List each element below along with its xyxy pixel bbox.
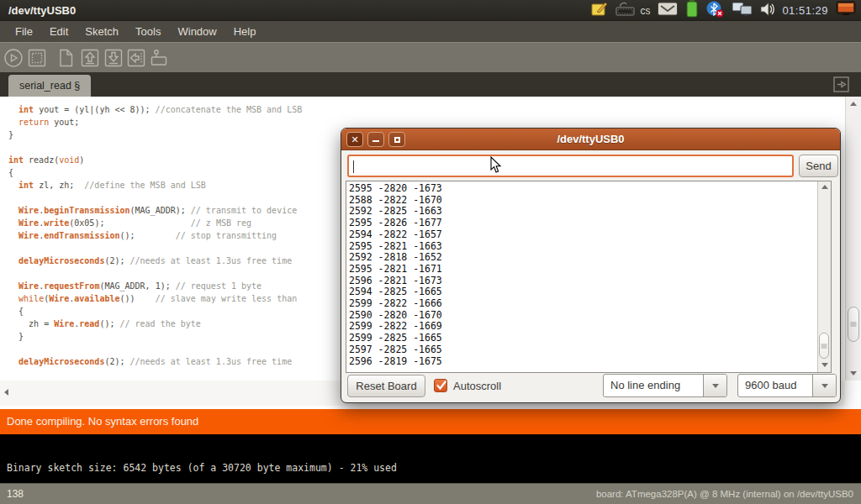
note-icon[interactable] <box>591 1 608 21</box>
minimize-icon[interactable] <box>367 132 384 147</box>
code-line: int zl, zh; //define the MSB and LSB <box>8 179 302 192</box>
code-line: delayMicroseconds(2); //needs at least 1… <box>8 355 302 368</box>
serial-line: 2595 -2826 -1677 <box>349 218 442 229</box>
volume-icon[interactable] <box>760 2 774 20</box>
serial-line: 2595 -2821 -1671 <box>349 264 442 276</box>
clock[interactable]: 01:51:29 <box>782 4 828 17</box>
serial-line: 2594 -2825 -1665 <box>349 286 442 298</box>
window-controls: ✕ <box>346 132 405 147</box>
serial-output-area[interactable]: 2595 -2820 -16732588 -2822 -16702592 -28… <box>346 181 832 373</box>
code-line <box>8 242 302 255</box>
autoscroll-checkbox[interactable] <box>434 379 447 392</box>
scroll-down-icon[interactable] <box>850 371 857 375</box>
serial-line: 2590 -2820 -1670 <box>349 310 442 322</box>
code-line: } <box>8 330 302 343</box>
serial-line: 2599 -2822 -1669 <box>349 321 442 333</box>
chevron-down-icon[interactable] <box>703 375 726 396</box>
editor-scrollbar-thumb[interactable] <box>848 307 859 342</box>
menu-window[interactable]: Window <box>169 21 224 42</box>
serial-line: 2595 -2820 -1673 <box>349 183 442 195</box>
code-line <box>8 141 302 154</box>
mouse-cursor <box>490 156 502 177</box>
network-icon[interactable] <box>732 1 753 21</box>
serial-line: 2596 -2819 -1675 <box>349 356 442 368</box>
tab-menu-icon[interactable] <box>833 76 849 92</box>
code-line: Wire.endTransmission(); // stop transmit… <box>8 229 302 242</box>
serial-input[interactable] <box>352 157 790 175</box>
code-line: { <box>8 305 302 318</box>
code-line <box>8 267 302 280</box>
menu-tools[interactable]: Tools <box>127 21 169 42</box>
status-bar: Done compiling. No syntax errors found <box>0 409 861 434</box>
code-line: Wire.beginTransmission(MAG_ADDR); // tra… <box>8 204 302 217</box>
serial-line: 2599 -2825 -1665 <box>349 333 442 344</box>
bluetooth-off-icon[interactable] <box>706 0 724 21</box>
panel-window-title: /dev/ttyUSB0 <box>8 0 76 21</box>
new-sketch-icon[interactable] <box>55 48 76 68</box>
reset-board-button[interactable]: Reset Board <box>347 375 425 397</box>
scroll-down-icon[interactable] <box>821 363 828 367</box>
code-line <box>8 192 302 204</box>
serial-monitor-icon[interactable] <box>149 48 169 68</box>
baud-rate-value: 9600 baud <box>738 375 812 396</box>
keyboard-layout-indicator[interactable]: cs <box>640 5 650 17</box>
serial-monitor-title: /dev/ttyUSB0 <box>341 129 840 150</box>
line-ending-value: No line ending <box>604 375 703 396</box>
serial-line: 2592 -2825 -1663 <box>349 206 442 218</box>
mail-icon[interactable] <box>658 2 678 19</box>
serial-line: 2596 -2821 -1673 <box>349 276 442 287</box>
serial-output: 2595 -2820 -16732588 -2822 -16702592 -28… <box>349 183 442 367</box>
top-panel: /dev/ttyUSB0 cs 01:51:29 <box>0 0 861 21</box>
scroll-up-icon[interactable] <box>821 185 828 189</box>
menu-sketch[interactable]: Sketch <box>77 21 127 42</box>
battery-icon[interactable] <box>685 0 699 21</box>
send-button[interactable]: Send <box>799 155 838 177</box>
serial-scrollbar-thumb[interactable] <box>819 333 829 359</box>
editor-vertical-scrollbar[interactable] <box>845 97 861 381</box>
serial-monitor-window: /dev/ttyUSB0 ✕ Send 2595 -2820 -16732588… <box>341 128 841 403</box>
line-number-indicator: 138 <box>7 484 24 504</box>
save-icon[interactable] <box>103 48 124 68</box>
code-line: Wire.write(0x05); // z MSB reg <box>8 217 302 229</box>
session-icon[interactable] <box>836 1 856 20</box>
scroll-up-icon[interactable] <box>850 102 857 106</box>
status-message: Done compiling. No syntax errors found <box>7 409 861 434</box>
stop-icon[interactable] <box>27 48 47 68</box>
code-line: int yout = (yl|(yh << 8)); //concatenate… <box>8 103 302 116</box>
serial-line: 2599 -2822 -1666 <box>349 298 442 310</box>
chevron-down-icon[interactable] <box>812 375 836 396</box>
serial-line: 2594 -2822 -1657 <box>349 229 442 241</box>
open-icon[interactable] <box>80 48 100 68</box>
upload-icon[interactable] <box>126 48 146 68</box>
serial-monitor-titlebar[interactable]: /dev/ttyUSB0 ✕ <box>341 129 840 150</box>
code-line: return yout; <box>8 116 302 129</box>
autoscroll-label: Autoscroll <box>453 380 501 392</box>
tab-serial-read[interactable]: serial_read § <box>8 75 91 97</box>
baud-rate-dropdown[interactable]: 9600 baud <box>737 374 837 397</box>
tab-bar: serial_read § <box>0 72 861 97</box>
board-info: board: ATmega328P(A) @ 8 MHz (internal) … <box>596 484 853 504</box>
code-line: { <box>8 166 302 179</box>
serial-input-field <box>347 155 794 177</box>
scroll-left-icon[interactable] <box>4 389 8 396</box>
code-line: zh = Wire.read(); // read the byte <box>8 318 302 330</box>
maximize-icon[interactable] <box>388 132 405 147</box>
menu-help[interactable]: Help <box>225 21 265 42</box>
code-line: while(Wire.available()) // slave may wri… <box>8 292 302 305</box>
keyboard-icon[interactable] <box>615 1 636 21</box>
console-text: Binary sketch size: 6542 bytes (of a 307… <box>7 462 397 474</box>
toolbar <box>0 42 861 72</box>
code-line <box>8 343 302 355</box>
code-line: delayMicroseconds(2); //needs at least 1… <box>8 255 302 267</box>
serial-scrollbar[interactable] <box>817 181 831 372</box>
code-line: Wire.requestFrom(MAG_ADDR, 1); // reques… <box>8 280 302 292</box>
menu-file[interactable]: File <box>7 21 41 42</box>
close-icon[interactable]: ✕ <box>346 132 363 147</box>
verify-icon[interactable] <box>3 48 24 68</box>
footer-bar: 138 board: ATmega328P(A) @ 8 MHz (intern… <box>0 483 861 504</box>
serial-line: 2595 -2821 -1663 <box>349 241 442 253</box>
code-lines: int yout = (yl|(yh << 8)); //concatenate… <box>8 103 302 368</box>
menu-edit[interactable]: Edit <box>41 21 77 42</box>
serial-line: 2592 -2818 -1652 <box>349 252 442 264</box>
line-ending-dropdown[interactable]: No line ending <box>603 374 727 397</box>
